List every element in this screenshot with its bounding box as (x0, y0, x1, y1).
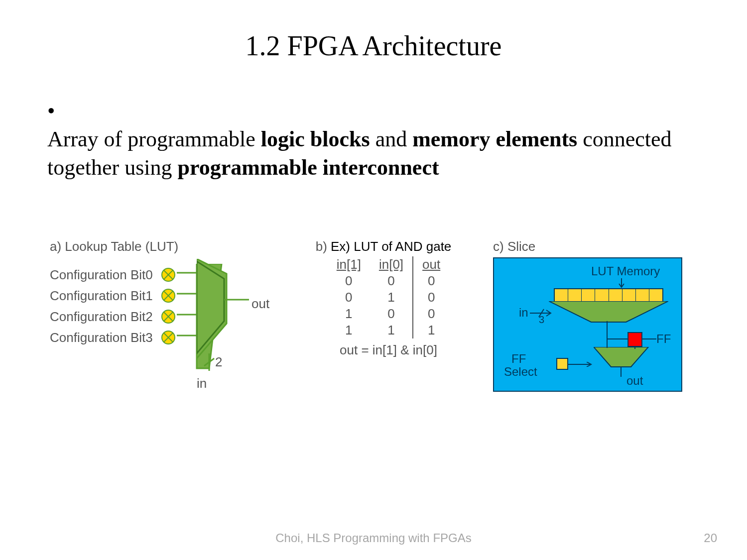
config-bit-icon (161, 268, 175, 282)
col-in1: in[1] (328, 256, 370, 273)
bullet-text: Array of programmable logic blocks and m… (47, 125, 675, 182)
cell: 0 (413, 289, 449, 306)
slice-box: LUT Memory (493, 257, 682, 392)
b-title: Ex) LUT of AND gate (331, 239, 451, 254)
config-bit-label: Configuration Bit1 (50, 288, 159, 304)
config-bit-icon (161, 310, 175, 324)
lut-memory-label: LUT Memory (591, 264, 660, 278)
diagram-b-header: b) Ex) LUT of AND gate (284, 239, 483, 254)
bullet-bold-1: logic blocks (261, 127, 370, 151)
cell: 0 (370, 273, 413, 289)
bullet-marker: • (47, 97, 67, 125)
cell: 1 (370, 289, 413, 306)
cell: 0 (370, 306, 413, 322)
wire-icon (641, 338, 656, 340)
out-mux-icon (594, 347, 653, 382)
truth-row: 100 (328, 306, 449, 322)
cell: 0 (413, 306, 449, 322)
b-prefix: b) (316, 239, 327, 254)
cell: 1 (328, 322, 370, 338)
footer-page-number: 20 (704, 531, 717, 545)
svg-marker-19 (594, 347, 648, 367)
cell: 1 (328, 306, 370, 322)
wire-icon (606, 335, 608, 348)
cell: 0 (328, 273, 370, 289)
cell: 0 (413, 273, 449, 289)
bullet-block: • Array of programmable logic blocks and… (47, 97, 700, 182)
bullet-bold-3: programmable interconnect (178, 155, 439, 180)
cell: 1 (413, 322, 449, 338)
slide-title: 1.2 FPGA Architecture (0, 30, 747, 62)
mux-trapezoid-icon (197, 259, 276, 393)
ff-label: FF (656, 332, 671, 346)
in-label: in (519, 306, 528, 320)
col-in0: in[0] (370, 256, 413, 273)
config-bit-label: Configuration Bit0 (50, 267, 159, 283)
lut-memory-icon (554, 288, 663, 302)
footer-citation: Choi, HLS Programming with FPGAs (0, 531, 747, 545)
cell: 1 (370, 322, 413, 338)
diagram-c: c) Slice LUT Memory (493, 239, 702, 392)
cell: 0 (328, 289, 370, 306)
truth-row: 010 (328, 289, 449, 306)
truth-body: 000 010 100 111 (328, 273, 449, 338)
config-bit-label: Configuration Bit2 (50, 309, 159, 325)
bullet-bold-2: memory elements (412, 127, 577, 151)
equation: out = in[1] & in[0] (294, 342, 483, 358)
diagram-area: a) Lookup Table (LUT) Configuration Bit0… (50, 239, 697, 453)
in-width-label: 2 (215, 354, 222, 370)
truth-table: in[1] in[0] out 000 010 100 111 (328, 256, 449, 338)
svg-marker-8 (197, 261, 224, 353)
bullet-seg-2: and (370, 127, 413, 151)
diagram-b: b) Ex) LUT of AND gate in[1] in[0] out 0… (294, 239, 483, 358)
config-bit-icon (161, 289, 175, 303)
config-bit-icon (161, 331, 175, 344)
wire-icon (634, 346, 636, 349)
diagram-a: a) Lookup Table (LUT) Configuration Bit0… (50, 239, 284, 348)
wire-arrow-icon (568, 362, 595, 367)
diagram-a-header: a) Lookup Table (LUT) (50, 239, 284, 254)
ff-select-label-2: Select (504, 365, 537, 379)
ff-select-config-icon (556, 358, 568, 370)
in-label: in (197, 376, 207, 391)
diagram-c-header: c) Slice (493, 239, 702, 254)
truth-row: 000 (328, 273, 449, 289)
svg-marker-13 (549, 301, 668, 322)
bullet-seg-1: Array of programmable (47, 127, 261, 151)
arrow-down-icon (619, 278, 624, 289)
out-label: out (251, 296, 269, 312)
truth-row: 111 (328, 322, 449, 338)
config-bit-label: Configuration Bit3 (50, 330, 159, 345)
in-width-label: 3 (539, 314, 544, 326)
col-out: out (413, 256, 449, 273)
ff-select-label-1: FF (511, 352, 526, 366)
out-label: out (626, 374, 643, 388)
